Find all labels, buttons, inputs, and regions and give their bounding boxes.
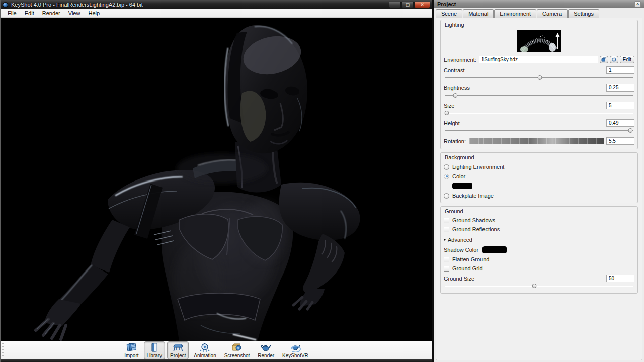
slider-thumb[interactable] [628,128,633,133]
ground-size-field[interactable] [606,275,634,282]
bottom-toolbar: Import Library Project [1,341,432,359]
rendered-model [1,18,432,341]
advanced-toggle[interactable]: Advanced [444,237,634,243]
rotation-field[interactable] [606,137,634,145]
tool-label: Library [147,353,163,358]
project-panel-title-bar[interactable]: Project ✕ [434,0,644,8]
render-icon [260,342,272,352]
tool-label: Animation [194,353,216,358]
ground-group: Ground Ground Shadows Ground Reflections… [440,206,638,294]
slider-track [445,95,633,96]
size-slider[interactable] [444,110,634,116]
option-label: Lighting Environment [452,164,504,170]
lighting-environment-option[interactable]: Lighting Environment [444,164,634,170]
minimize-button[interactable]: – [389,2,401,8]
contrast-label: Contrast [444,67,465,73]
radio-icon[interactable] [444,164,449,170]
brightness-field[interactable] [606,84,634,92]
contrast-field[interactable] [606,66,634,74]
refresh-icon [611,57,617,62]
library-button[interactable]: Library [144,341,166,359]
height-field[interactable] [606,119,634,127]
checkbox-icon[interactable] [444,218,449,223]
project-panel-title: Project [437,1,456,7]
tab-camera[interactable]: Camera [537,9,568,18]
rotation-label: Rotation: [444,138,466,144]
slider-thumb[interactable] [532,284,537,288]
tab-scene[interactable]: Scene [436,9,462,18]
folder-browse-icon [601,57,607,62]
ground-size-slider[interactable] [444,283,634,289]
slider-thumb[interactable] [444,111,449,115]
shadow-color-swatch[interactable] [482,246,507,253]
color-option[interactable]: Color [444,173,634,179]
background-group: Background Lighting Environment Color Ba… [440,152,638,203]
render-viewport[interactable] [1,18,432,341]
height-slider[interactable] [444,127,634,134]
toolbar-drag-handle[interactable] [2,343,4,357]
screenshot-button[interactable]: Screenshot [221,341,253,359]
backplate-image-option[interactable]: Backplate Image [444,193,634,199]
menu-file[interactable]: File [4,9,21,17]
shadow-color-label: Shadow Color [444,247,478,253]
keyshotvr-button[interactable]: KeyShotVR [279,341,311,359]
lighting-group-label: Lighting [445,22,634,28]
menu-bar: File Edit Render View Help [1,9,432,18]
project-icon [172,342,184,352]
project-button[interactable]: Project [167,341,189,359]
library-icon [148,342,160,352]
ground-grid-option[interactable]: Ground Grid [444,265,634,272]
slider-thumb[interactable] [453,93,457,98]
slider-track [445,130,633,131]
brightness-label: Brightness [444,85,470,91]
environment-hdr-thumbnail[interactable] [517,30,561,52]
radio-icon[interactable] [444,193,449,199]
background-color-swatch[interactable] [452,183,472,189]
desktop: KeyShot 4.0 Pro - FinalRendersLightingA2… [0,0,644,362]
brightness-slider[interactable] [444,92,634,99]
menu-render[interactable]: Render [38,9,64,17]
height-label: Height [444,120,460,126]
menu-view[interactable]: View [64,9,85,17]
checkbox-icon[interactable] [444,257,449,262]
contrast-slider[interactable] [444,74,634,81]
screenshot-icon [231,342,243,352]
ground-reflections-option[interactable]: Ground Reflections [444,226,634,232]
ground-shadows-option[interactable]: Ground Shadows [444,217,634,223]
slider-track [445,286,633,286]
keyshotvr-icon [289,342,301,352]
close-button[interactable]: ✕ [414,2,430,8]
environment-tab-page: Lighting [436,17,642,360]
option-label: Ground Grid [452,265,483,272]
tab-material[interactable]: Material [463,9,494,18]
tab-environment[interactable]: Environment [494,9,536,18]
browse-environment-button[interactable] [600,56,608,63]
maximize-button[interactable]: ▢ [401,2,414,8]
window-bottom-border [1,359,432,362]
tool-label: Screenshot [224,353,250,358]
project-panel-close-button[interactable]: ✕ [634,1,641,7]
menu-edit[interactable]: Edit [21,9,38,17]
animation-button[interactable]: Animation [191,341,219,359]
title-bar[interactable]: KeyShot 4.0 Pro - FinalRendersLightingA2… [1,0,432,9]
option-label: Ground Reflections [452,226,500,232]
rotation-gradient-slider[interactable] [469,138,604,144]
refresh-environment-button[interactable] [610,56,618,63]
checkbox-icon[interactable] [444,266,449,272]
background-group-label: Background [445,154,634,160]
menu-help[interactable]: Help [84,9,104,17]
size-field[interactable] [606,102,634,109]
ground-group-label: Ground [445,208,634,214]
option-label: Backplate Image [452,193,494,199]
render-button[interactable]: Render [255,341,277,359]
checkbox-icon[interactable] [444,227,449,232]
import-button[interactable]: Import [121,341,141,359]
radio-icon[interactable] [444,174,449,179]
import-icon [125,342,137,352]
environment-label: Environment: [444,57,476,63]
environment-file-input[interactable] [479,56,598,63]
tab-settings[interactable]: Settings [568,9,599,18]
slider-thumb[interactable] [538,75,542,80]
edit-environment-button[interactable]: Edit [620,56,634,63]
flatten-ground-option[interactable]: Flatten Ground [444,256,634,262]
